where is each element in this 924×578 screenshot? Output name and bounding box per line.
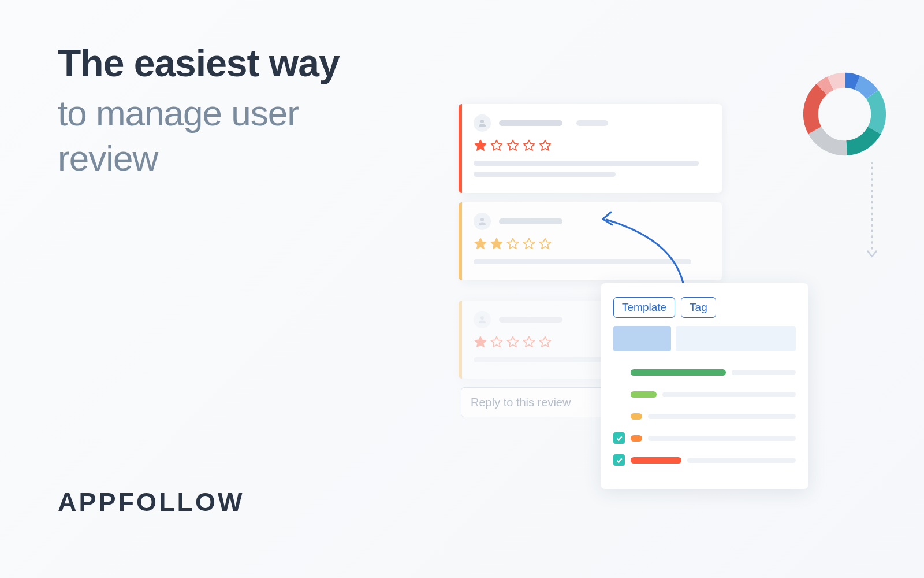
review-card-accent [459, 301, 462, 379]
headline-line-1: The easiest way [58, 40, 404, 86]
dotted-arrow-down-icon [866, 162, 878, 266]
star-icon [474, 237, 487, 251]
star-icon [506, 139, 520, 153]
template-list [613, 366, 796, 466]
headline-line-2: to manage user review [58, 91, 404, 180]
template-trail [648, 436, 796, 441]
review-card-accent [459, 202, 462, 280]
star-icon [490, 237, 504, 251]
star-icon [522, 139, 536, 153]
check-icon [613, 432, 625, 444]
template-trail [687, 458, 796, 463]
template-list-item[interactable] [613, 410, 796, 422]
template-preview-block [613, 326, 671, 351]
template-list-item[interactable] [613, 388, 796, 400]
template-list-item[interactable] [613, 454, 796, 466]
review-card [462, 104, 722, 193]
reply-input-placeholder: Reply to this review [471, 396, 571, 409]
template-trail [648, 414, 796, 419]
avatar-icon [474, 114, 491, 132]
hero-illustration: Reply to this review Template Tag [462, 104, 866, 509]
star-icon [506, 237, 520, 251]
review-date-placeholder [576, 120, 608, 126]
star-icon [490, 335, 504, 349]
star-icon [538, 335, 552, 349]
template-pill [631, 457, 681, 464]
template-pill [631, 413, 642, 420]
star-icon [506, 335, 520, 349]
star-icon [474, 139, 487, 153]
star-rating [474, 139, 710, 153]
star-icon [522, 335, 536, 349]
template-list-item[interactable] [613, 366, 796, 378]
template-panel: Template Tag [601, 283, 808, 489]
review-text-line [474, 161, 699, 166]
template-pill [631, 369, 726, 376]
star-icon [538, 237, 552, 251]
template-trail [662, 392, 796, 397]
brand-logo-text: APPFOLLOW [58, 487, 244, 517]
headline: The easiest way to manage user review [58, 40, 404, 180]
tab-tag[interactable]: Tag [681, 297, 716, 318]
review-text-line [474, 172, 616, 177]
star-icon [490, 139, 504, 153]
reviewer-name-placeholder [499, 218, 562, 224]
template-pill [631, 391, 657, 398]
star-icon [474, 335, 487, 349]
template-pill [631, 435, 642, 442]
avatar-icon [474, 213, 491, 230]
review-card-accent [459, 104, 462, 193]
check-icon [613, 454, 625, 466]
template-list-item[interactable] [613, 432, 796, 444]
tab-template[interactable]: Template [613, 297, 675, 318]
donut-chart [800, 69, 889, 159]
reviewer-name-placeholder [499, 317, 562, 323]
star-icon [522, 237, 536, 251]
avatar-icon [474, 311, 491, 328]
template-trail [732, 370, 796, 375]
reviewer-name-placeholder [499, 120, 562, 126]
star-icon [538, 139, 552, 153]
template-preview-block [676, 326, 796, 351]
